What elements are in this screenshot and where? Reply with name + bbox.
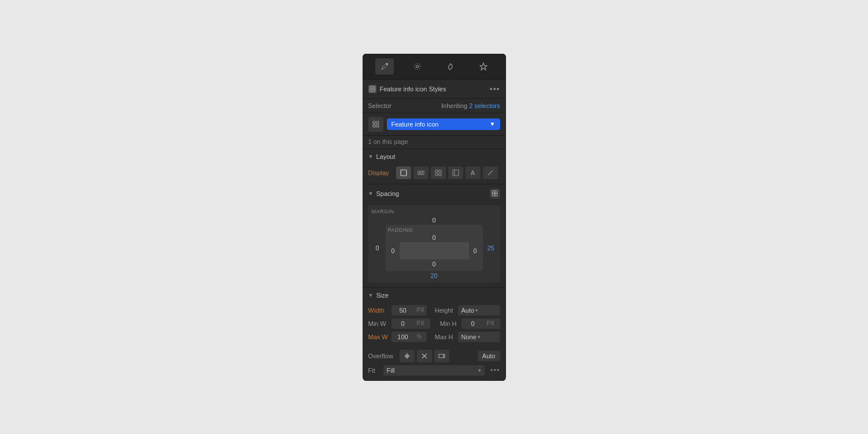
layout-section-header[interactable]: ▼ Layout xyxy=(363,149,506,164)
padding-left-value[interactable]: 0 xyxy=(388,247,398,254)
overflow-label: Overflow xyxy=(368,353,397,359)
max-h-arrow: ▾ xyxy=(478,334,481,340)
max-h-none-btn[interactable]: None ▾ xyxy=(458,332,500,342)
panel-title: Feature info icon Styles xyxy=(380,86,446,92)
svg-rect-5 xyxy=(373,121,375,124)
selector-dropdown-arrow: ▼ xyxy=(490,121,496,127)
display-btn-grid[interactable] xyxy=(431,166,446,179)
panel-header-left: Feature info icon Styles xyxy=(368,85,446,93)
padding-center xyxy=(400,242,469,259)
svg-rect-17 xyxy=(453,170,459,176)
svg-point-25 xyxy=(407,355,408,357)
size-section-header[interactable]: ▼ Size xyxy=(363,288,506,303)
padding-right-value[interactable]: 0 xyxy=(470,247,481,254)
padding-box: PADDING 0 0 0 0 xyxy=(386,225,483,271)
height-auto-btn[interactable]: Auto ▾ xyxy=(458,305,500,316)
svg-rect-23 xyxy=(495,194,497,196)
overflow-visible-btn[interactable] xyxy=(400,350,415,362)
min-h-unit: PX xyxy=(485,320,497,327)
maxw-maxh-row: Max W % Max H None ▾ xyxy=(368,332,500,342)
margin-bottom-value[interactable]: 20 xyxy=(430,272,437,279)
display-label: Display xyxy=(368,169,394,176)
min-w-label: Min W xyxy=(368,320,389,327)
panel-more-button[interactable]: ••• xyxy=(490,84,500,94)
tab-actions[interactable] xyxy=(474,58,493,75)
panel-toolbar xyxy=(363,54,506,80)
width-input[interactable] xyxy=(391,305,415,316)
max-w-unit: % xyxy=(415,333,424,340)
overflow-scroll-btn[interactable] xyxy=(434,350,449,362)
svg-rect-7 xyxy=(373,125,375,127)
spacing-section-header[interactable]: ▼ Spacing xyxy=(363,184,506,203)
max-h-label: Max H xyxy=(433,333,453,340)
height-arrow: ▾ xyxy=(475,307,478,313)
min-h-label: Min H xyxy=(436,320,457,327)
display-btn-flex-row[interactable] xyxy=(413,166,429,179)
width-input-group[interactable]: PX xyxy=(391,305,427,316)
padding-inner: 0 0 0 0 xyxy=(388,233,481,269)
margin-left-value[interactable]: 0 xyxy=(372,244,383,251)
min-w-input-group[interactable]: PX xyxy=(391,318,430,329)
min-h-input[interactable] xyxy=(461,318,485,329)
spacing-icon[interactable] xyxy=(490,188,500,199)
display-btn-block[interactable] xyxy=(396,166,411,179)
svg-rect-8 xyxy=(376,125,379,127)
spacing-section: ▼ Spacing MARGIN 0 0 xyxy=(363,184,506,288)
tab-effects[interactable] xyxy=(441,58,460,75)
on-page-text: 1 on this page xyxy=(363,136,506,149)
overflow-auto-btn[interactable]: Auto xyxy=(478,351,500,361)
layout-section: ▼ Layout Display xyxy=(363,149,506,184)
selector-dropdown[interactable]: Feature info icon ▼ xyxy=(387,118,500,130)
width-label: Width xyxy=(368,307,389,314)
selector-dropdown-row: Feature info icon ▼ xyxy=(363,113,506,136)
svg-rect-13 xyxy=(435,170,438,172)
display-btn-inline[interactable] xyxy=(448,166,463,179)
svg-rect-10 xyxy=(418,171,420,175)
fit-arrow: ▾ xyxy=(478,368,481,373)
margin-label: MARGIN xyxy=(372,209,497,214)
height-label: Height xyxy=(433,307,453,314)
svg-point-0 xyxy=(386,63,388,65)
selector-row: Selector Inheriting 2 selectors xyxy=(363,99,506,113)
fit-select-wrap[interactable]: Fill ▾ xyxy=(383,365,485,376)
svg-rect-6 xyxy=(376,121,379,124)
selector-label: Selector xyxy=(368,102,391,109)
svg-rect-16 xyxy=(439,173,441,176)
margin-top-value[interactable]: 0 xyxy=(432,217,435,224)
styles-panel: Feature info icon Styles ••• Selector In… xyxy=(363,54,506,381)
spacing-collapse-arrow: ▼ xyxy=(368,191,374,196)
size-collapse-arrow: ▼ xyxy=(368,292,374,298)
max-w-input-group[interactable]: % xyxy=(391,332,427,342)
display-btn-none[interactable] xyxy=(483,166,498,179)
selector-icon-button[interactable] xyxy=(368,117,383,132)
tab-style[interactable] xyxy=(375,58,394,75)
spacing-section-label: Spacing xyxy=(376,190,399,197)
minw-minh-row: Min W PX Min H PX xyxy=(368,318,500,329)
svg-rect-15 xyxy=(435,173,438,176)
margin-middle-row: 0 PADDING 0 0 0 0 xyxy=(372,225,497,271)
min-w-input[interactable] xyxy=(391,318,415,329)
fit-more-button[interactable]: ••• xyxy=(490,366,500,374)
max-w-input[interactable] xyxy=(391,332,415,342)
fit-label: Fit xyxy=(368,367,381,374)
layout-header-left: ▼ Layout xyxy=(368,153,396,160)
display-row: Display xyxy=(363,164,506,184)
spacing-header-left: ▼ Spacing xyxy=(368,190,400,197)
padding-bottom-value[interactable]: 0 xyxy=(432,261,435,268)
max-w-label: Max W xyxy=(368,333,389,340)
padding-middle-row: 0 0 xyxy=(388,242,481,259)
layout-collapse-arrow: ▼ xyxy=(368,154,374,159)
selectors-link[interactable]: 2 selectors xyxy=(469,102,500,109)
overflow-hidden-btn[interactable] xyxy=(417,350,432,362)
svg-rect-22 xyxy=(492,194,494,196)
size-section-label: Size xyxy=(376,292,388,299)
display-btn-text[interactable]: A xyxy=(466,166,481,179)
margin-right-value[interactable]: 25 xyxy=(485,244,497,251)
layout-section-label: Layout xyxy=(376,153,395,160)
tab-settings[interactable] xyxy=(408,58,427,75)
min-h-input-group[interactable]: PX xyxy=(461,318,500,329)
size-header-left: ▼ Size xyxy=(368,292,389,299)
padding-top-value[interactable]: 0 xyxy=(432,234,435,241)
fit-row: Fit Fill ▾ ••• xyxy=(363,365,506,380)
min-w-unit: PX xyxy=(415,320,427,327)
